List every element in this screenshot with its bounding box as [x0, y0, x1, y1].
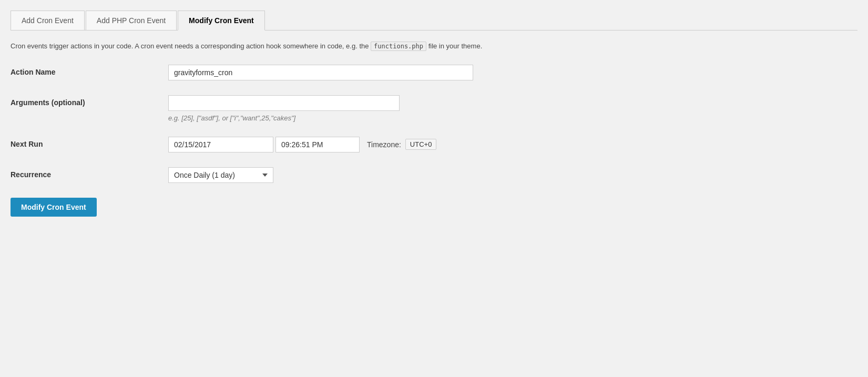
tab-modify-cron[interactable]: Modify Cron Event [178, 11, 265, 30]
tab-bar: Add Cron Event Add PHP Cron Event Modify… [11, 11, 857, 30]
arguments-field: e.g. [25], ["asdf"], or ["i","want",25,"… [168, 95, 536, 122]
action-name-input[interactable] [168, 65, 473, 80]
next-run-label: Next Run [11, 137, 168, 148]
page-container: Add Cron Event Add PHP Cron Event Modify… [0, 0, 868, 227]
next-run-row: Next Run Timezone: UTC+0 [11, 137, 857, 152]
arguments-row: Arguments (optional) e.g. [25], ["asdf"]… [11, 95, 857, 122]
action-name-label: Action Name [11, 65, 168, 76]
tab-add-cron[interactable]: Add Cron Event [11, 11, 85, 30]
tab-add-php-cron[interactable]: Add PHP Cron Event [86, 11, 177, 30]
arguments-input[interactable] [168, 95, 400, 111]
description-before: Cron events trigger actions in your code… [11, 42, 369, 50]
recurrence-row: Recurrence Once Daily (1 day)Twice Daily… [11, 167, 857, 183]
next-run-field: Timezone: UTC+0 [168, 137, 536, 152]
arguments-label: Arguments (optional) [11, 95, 168, 107]
recurrence-field: Once Daily (1 day)Twice Daily (12 hours)… [168, 167, 536, 183]
cron-form: Action Name Arguments (optional) e.g. [2… [11, 65, 857, 183]
description-after: file in your theme. [428, 42, 483, 50]
description-text: Cron events trigger actions in your code… [11, 41, 857, 52]
modify-cron-button[interactable]: Modify Cron Event [11, 198, 97, 217]
next-run-fields: Timezone: UTC+0 [168, 137, 536, 152]
action-name-row: Action Name [11, 65, 857, 80]
timezone-badge: UTC+0 [405, 139, 437, 150]
recurrence-select[interactable]: Once Daily (1 day)Twice Daily (12 hours)… [168, 167, 273, 183]
functions-php-code: functions.php [371, 42, 426, 51]
next-run-date-input[interactable] [168, 137, 273, 152]
arguments-hint: e.g. [25], ["asdf"], or ["i","want",25,"… [168, 114, 536, 122]
action-name-field [168, 65, 536, 80]
timezone-label: Timezone: [367, 140, 401, 149]
recurrence-label: Recurrence [11, 167, 168, 179]
next-run-time-input[interactable] [275, 137, 360, 152]
